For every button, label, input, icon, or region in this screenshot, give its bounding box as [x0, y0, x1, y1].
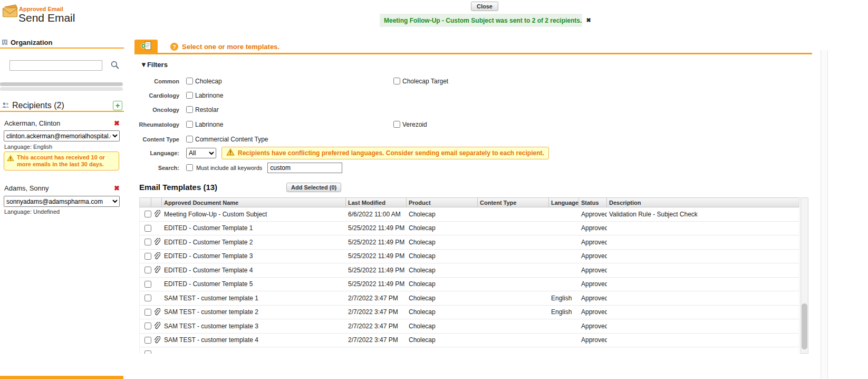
templates-table-header: Approved Document Name Last Modified Pro… — [139, 197, 799, 207]
tab-templates[interactable] — [134, 40, 158, 53]
filter-label: Cardiology — [134, 92, 179, 99]
chevron-down-icon: ▼ — [140, 61, 147, 69]
filter-row-oncology: Oncology Restolar — [134, 104, 715, 115]
row-checkbox[interactable] — [144, 295, 151, 301]
filter-checkbox-restolar[interactable] — [186, 106, 193, 113]
close-button[interactable]: Close — [471, 2, 498, 11]
table-row: SAM TEST - customer template 4 2/7/2022 … — [140, 334, 799, 348]
col-approved-document-name[interactable]: Approved Document Name — [162, 198, 346, 207]
col-content-type[interactable]: Content Type — [478, 198, 549, 207]
cell-product: Cholecap — [407, 323, 478, 330]
add-selected-button[interactable]: Add Selected (0) — [286, 183, 341, 192]
add-recipient-button[interactable]: + — [113, 101, 122, 110]
recipient-email-select[interactable]: sonnyadams@adamspharma.com — [4, 196, 120, 207]
cell-document-name: SAM TEST - customer template 2 — [162, 308, 346, 316]
col-last-modified[interactable]: Last Modified — [346, 198, 407, 207]
cell-last-modified: 5/25/2022 11:49 PM — [346, 267, 407, 274]
recipient-row: Adams, Sonny ✖ — [4, 184, 120, 192]
keywords-checkbox[interactable] — [186, 164, 193, 171]
col-attachment — [151, 198, 162, 207]
cell-language: English — [549, 308, 579, 316]
row-checkbox[interactable] — [144, 211, 151, 217]
attachment-icon — [153, 266, 160, 274]
search-icon — [110, 63, 120, 71]
filter-checkbox-verezoid[interactable] — [393, 121, 400, 128]
row-checkbox[interactable] — [144, 253, 151, 260]
filter-option-label: Labrinone — [195, 121, 223, 128]
cell-product: Cholecap — [407, 295, 478, 302]
filter-checkbox-cholecap[interactable] — [186, 78, 193, 84]
table-row: EDITED - Customer Template 5 5/25/2022 1… — [140, 278, 799, 292]
filter-checkbox-labrinone-rheum[interactable] — [186, 121, 193, 128]
organization-icon — [2, 38, 8, 48]
row-checkbox[interactable] — [144, 267, 151, 273]
cell-status: Approved — [579, 280, 607, 288]
attachment-icon — [153, 336, 160, 344]
table-row — [140, 347, 799, 354]
organization-title: Organization — [11, 39, 52, 46]
remove-recipient-icon[interactable]: ✖ — [114, 184, 120, 192]
remove-recipient-icon[interactable]: ✖ — [114, 119, 120, 127]
language-filter-select[interactable]: All — [186, 148, 216, 158]
filter-option-label: Restolar — [195, 106, 219, 113]
table-row: EDITED - Customer Template 4 5/25/2022 1… — [140, 263, 799, 278]
filter-row-language: Language: All Recipients have conflictin… — [134, 147, 715, 158]
org-search-input[interactable] — [9, 60, 102, 71]
filter-row-search: Search: Must include all keywords — [134, 162, 715, 173]
recipient-row: Ackerman, Clinton ✖ — [4, 119, 120, 127]
filters-toggle[interactable]: ▼Filters — [140, 61, 168, 69]
col-language[interactable]: Language — [549, 198, 579, 207]
cell-product: Cholecap — [407, 211, 478, 218]
recipient-language: Language: English — [4, 144, 52, 150]
attachment-icon — [153, 252, 160, 260]
cell-last-modified: 5/25/2022 11:49 PM — [346, 224, 407, 232]
help-icon: ? — [170, 43, 178, 51]
attachment-icon — [153, 238, 160, 246]
row-checkbox[interactable] — [144, 225, 151, 232]
filter-checkbox-labrinone[interactable] — [186, 92, 193, 99]
filter-label: Rheumatology — [134, 121, 179, 128]
cell-document-name: SAM TEST - customer template 3 — [162, 323, 346, 330]
filter-row-common: Common Cholecap Cholecap Target — [134, 75, 715, 87]
cell-status: Approved — [579, 239, 607, 246]
col-product[interactable]: Product — [407, 198, 478, 207]
cell-product: Cholecap — [407, 336, 478, 344]
attachment-icon — [153, 308, 160, 316]
cell-product: Cholecap — [407, 308, 478, 316]
cell-last-modified: 6/6/2022 11:00 AM — [346, 211, 407, 218]
recipient-email-select[interactable]: clinton.ackerman@memorialhospital.com — [4, 130, 120, 141]
row-checkbox[interactable] — [144, 239, 151, 245]
page-scrollbar[interactable] — [821, 50, 828, 379]
recipient-name: Adams, Sonny — [4, 184, 49, 192]
cell-document-name: EDITED - Customer Template 4 — [162, 267, 346, 274]
col-status[interactable]: Status — [579, 198, 607, 207]
cell-status: Approved — [579, 224, 607, 232]
filter-label: Search: — [134, 165, 179, 171]
cell-status: Approved — [579, 211, 607, 218]
org-search-button[interactable] — [109, 60, 121, 71]
table-row: EDITED - Customer Template 3 5/25/2022 1… — [140, 250, 799, 264]
row-checkbox[interactable] — [144, 323, 151, 329]
template-search-input[interactable] — [267, 163, 342, 173]
table-scrollbar-thumb[interactable] — [802, 304, 807, 349]
col-description[interactable]: Description — [607, 198, 799, 207]
recipients-title: Recipients (2) — [12, 101, 64, 110]
org-list-scrollbar[interactable] — [0, 82, 123, 91]
row-checkbox[interactable] — [144, 350, 151, 354]
row-checkbox[interactable] — [144, 337, 151, 344]
cell-product: Cholecap — [407, 267, 478, 274]
filter-checkbox-commercial-content-type[interactable] — [186, 136, 193, 143]
table-row: EDITED - Customer Template 2 5/25/2022 1… — [140, 235, 799, 250]
cell-status: Approved — [579, 323, 607, 330]
table-scrollbar[interactable] — [801, 197, 808, 354]
warning-icon — [226, 148, 235, 158]
table-row: Meeting Follow-Up - Custom Subject 6/6/2… — [140, 207, 799, 222]
row-checkbox[interactable] — [144, 281, 151, 288]
row-checkbox[interactable] — [144, 309, 151, 316]
filter-checkbox-cholecap-target[interactable] — [393, 78, 400, 84]
filter-row-content-type: Content Type Commercial Content Type — [134, 134, 715, 145]
toast-close-icon[interactable]: ✖ — [586, 17, 591, 24]
filter-option-label: Verezoid — [402, 121, 427, 128]
cell-last-modified: 5/25/2022 11:49 PM — [346, 280, 407, 288]
cell-document-name: EDITED - Customer Template 3 — [162, 252, 346, 260]
